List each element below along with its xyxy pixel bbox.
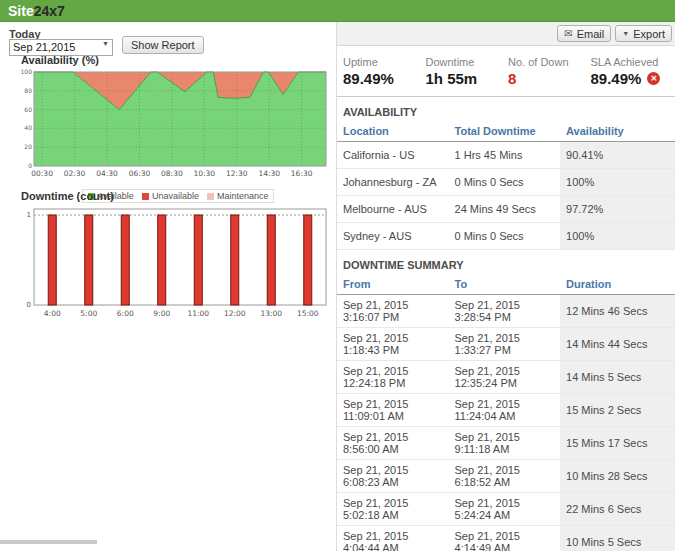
- table-cell: Sep 21, 2015 1:18:43 PM: [337, 328, 449, 361]
- stat-label: Uptime: [343, 56, 424, 68]
- table-cell: California - US: [337, 142, 449, 169]
- date-select-wrap: Sep 21,2015 ▼: [9, 37, 113, 54]
- downtime-chart-block: Downtime (count) 4:005:006:009:0011:0012…: [20, 190, 336, 325]
- export-icon: ▼: [622, 30, 629, 37]
- email-icon: ✉: [564, 28, 572, 39]
- svg-text:16:30: 16:30: [291, 169, 313, 178]
- table-cell: Sep 21, 2015 11:24:04 AM: [449, 394, 561, 427]
- table-cell: Sep 21, 2015 12:24:18 PM: [337, 361, 449, 394]
- svg-text:40: 40: [24, 124, 32, 131]
- table-cell: 24 Mins 49 Secs: [449, 196, 561, 223]
- svg-text:9:00: 9:00: [153, 309, 170, 318]
- table-cell: Sep 21, 2015 5:24:24 AM: [449, 493, 561, 526]
- table-cell: 22 Mins 6 Secs: [560, 493, 675, 526]
- downtime-summary-section-title: DOWNTIME SUMMARY: [343, 259, 669, 271]
- table-cell: 0 Mins 0 Secs: [449, 169, 561, 196]
- column-header: Availability: [560, 121, 675, 142]
- table-cell: 100%: [560, 169, 675, 196]
- svg-text:11:00: 11:00: [187, 309, 209, 318]
- show-report-button[interactable]: Show Report: [122, 36, 204, 54]
- stat-label: No. of Down: [508, 56, 589, 68]
- table-cell: Sep 21, 2015 3:16:07 PM: [337, 295, 449, 328]
- table-row: California - US1 Hrs 45 Mins90.41%: [337, 142, 675, 169]
- availability-table: LocationTotal DowntimeAvailabilityCalifo…: [337, 121, 675, 250]
- svg-text:14:30: 14:30: [258, 169, 280, 178]
- table-row: Sep 21, 2015 4:04:44 AMSep 21, 2015 4:14…: [337, 526, 675, 551]
- table-cell: 15 Mins 17 Secs: [560, 427, 675, 460]
- svg-text:0: 0: [27, 301, 31, 309]
- logo-24x7-text: 24x7: [34, 3, 65, 19]
- logo-site-text: Site: [8, 3, 34, 19]
- table-cell: 0 Mins 0 Secs: [449, 223, 561, 250]
- table-header-row: LocationTotal DowntimeAvailability: [337, 121, 675, 142]
- svg-text:02:30: 02:30: [64, 169, 86, 178]
- table-cell: Sep 21, 2015 3:28:54 PM: [449, 295, 561, 328]
- sla-value-text: 89.49%: [591, 70, 642, 87]
- table-cell: Sep 21, 2015 5:02:18 AM: [337, 493, 449, 526]
- table-row: Sep 21, 2015 3:16:07 PMSep 21, 2015 3:28…: [337, 295, 675, 328]
- email-button[interactable]: ✉Email: [557, 25, 611, 42]
- svg-text:20: 20: [24, 143, 32, 150]
- table-cell: Sep 21, 2015 6:18:52 AM: [449, 460, 561, 493]
- table-row: Sep 21, 2015 5:02:18 AMSep 21, 2015 5:24…: [337, 493, 675, 526]
- table-cell: Sep 21, 2015 11:09:01 AM: [337, 394, 449, 427]
- table-row: Sep 21, 2015 6:08:23 AMSep 21, 2015 6:18…: [337, 460, 675, 493]
- horizontal-scrollbar[interactable]: [0, 540, 97, 544]
- table-cell: 10 Mins 28 Secs: [560, 460, 675, 493]
- export-button[interactable]: ▼Export: [615, 25, 672, 42]
- column-header: Location: [337, 121, 449, 142]
- table-cell: 90.41%: [560, 142, 675, 169]
- table-row: Sep 21, 2015 8:56:00 AMSep 21, 2015 9:11…: [337, 427, 675, 460]
- table-row: Sep 21, 2015 1:18:43 PMSep 21, 2015 1:33…: [337, 328, 675, 361]
- stat-value: 8: [508, 70, 589, 87]
- svg-text:0: 0: [28, 162, 32, 169]
- table-cell: Sep 21, 2015 8:56:00 AM: [337, 427, 449, 460]
- svg-text:100: 100: [21, 68, 33, 75]
- svg-text:08:30: 08:30: [161, 169, 183, 178]
- svg-text:00:30: 00:30: [31, 169, 53, 178]
- summary-panel: ✉Email ▼Export Uptime 89.49% Downtime 1h…: [336, 22, 675, 551]
- email-button-label: Email: [577, 28, 605, 40]
- stat-uptime: Uptime 89.49%: [341, 56, 424, 87]
- stat-value: 1h 55m: [426, 70, 507, 87]
- column-header: To: [449, 274, 561, 295]
- site24x7-report-page: Site24x7 Today Sep 21,2015 ▼ Show Report…: [0, 0, 675, 551]
- availability-chart-block: Availability (%) 00:3002:3004:3006:3008:…: [20, 54, 336, 203]
- svg-text:06:30: 06:30: [129, 169, 151, 178]
- table-cell: Sep 21, 2015 1:33:27 PM: [449, 328, 561, 361]
- table-cell: Sep 21, 2015 12:35:24 PM: [449, 361, 561, 394]
- table-cell: Melbourne - AUS: [337, 196, 449, 223]
- svg-text:10:30: 10:30: [194, 169, 216, 178]
- table-row: Melbourne - AUS24 Mins 49 Secs97.72%: [337, 196, 675, 223]
- downtime-summary-table: FromToDurationSep 21, 2015 3:16:07 PMSep…: [337, 274, 675, 551]
- site24x7-logo[interactable]: Site24x7: [8, 3, 65, 19]
- stat-no-of-down: No. of Down 8: [506, 56, 589, 87]
- export-button-label: Export: [633, 28, 665, 40]
- date-select[interactable]: Sep 21,2015: [9, 39, 113, 56]
- table-cell: 14 Mins 44 Secs: [560, 328, 675, 361]
- column-header: Total Downtime: [449, 121, 561, 142]
- column-header: Duration: [560, 274, 675, 295]
- svg-text:5:00: 5:00: [80, 309, 97, 318]
- stat-label: SLA Achieved: [591, 56, 672, 68]
- table-cell: Johannesburg - ZA: [337, 169, 449, 196]
- table-cell: Sep 21, 2015 9:11:18 AM: [449, 427, 561, 460]
- stats-row: Uptime 89.49% Downtime 1h 55m No. of Dow…: [337, 46, 675, 97]
- svg-text:80: 80: [24, 87, 32, 94]
- table-cell: 97.72%: [560, 196, 675, 223]
- table-cell: 10 Mins 5 Secs: [560, 526, 675, 551]
- table-row: Sydney - AUS0 Mins 0 Secs100%: [337, 223, 675, 250]
- table-cell: 1 Hrs 45 Mins: [449, 142, 561, 169]
- stat-sla-achieved: SLA Achieved 89.49%✕: [589, 56, 672, 87]
- table-cell: Sep 21, 2015 4:04:44 AM: [337, 526, 449, 551]
- table-cell: 14 Mins 5 Secs: [560, 361, 675, 394]
- availability-chart: 00:3002:3004:3006:3008:3010:3012:3014:30…: [20, 67, 336, 184]
- app-header-bar: Site24x7: [0, 0, 675, 22]
- table-cell: 100%: [560, 223, 675, 250]
- svg-text:12:30: 12:30: [226, 169, 248, 178]
- report-toolbar: ✉Email ▼Export: [337, 22, 675, 46]
- downtime-chart-title: Downtime (count): [21, 190, 336, 202]
- availability-chart-title: Availability (%): [21, 54, 336, 66]
- stat-value: 89.49%: [343, 70, 424, 87]
- stat-value: 89.49%✕: [591, 70, 672, 87]
